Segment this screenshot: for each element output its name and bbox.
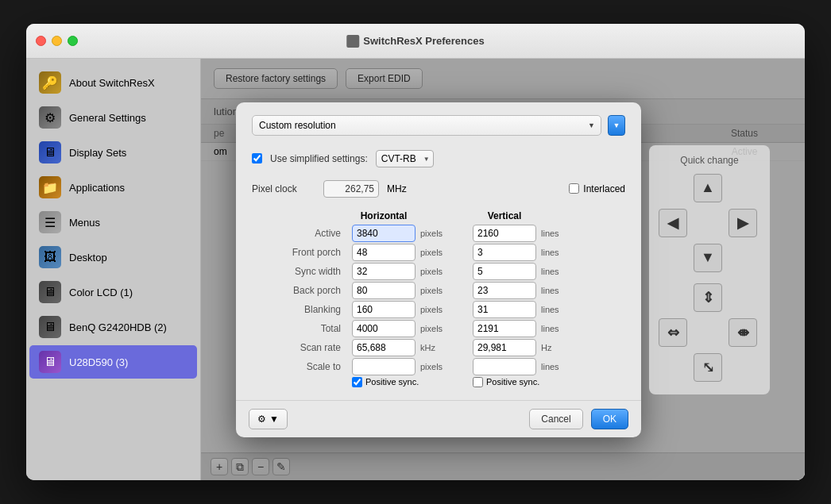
sidebar-label-general: General Settings [69, 112, 146, 124]
h-unit-0: pixels [420, 229, 468, 238]
h-unit-6: kHz [420, 343, 468, 352]
h-input-2[interactable] [352, 263, 416, 280]
minimize-button[interactable] [52, 36, 62, 46]
gear-button[interactable]: ⚙ ▼ [249, 409, 288, 429]
v-input-1[interactable] [473, 244, 536, 261]
v-unit-6: Hz [541, 343, 581, 352]
sidebar-item-general[interactable]: ⚙ General Settings [29, 101, 197, 134]
row-label-2: Sync width [252, 266, 347, 277]
move-up-button[interactable]: ▲ [694, 174, 722, 202]
timing-row-7: Scale to pixels lines [252, 358, 625, 375]
resolution-select-wrapper: Custom resolution [252, 115, 601, 136]
v-input-5[interactable] [473, 320, 536, 337]
timing-rows: Active pixels lines Front porch pixels l… [252, 225, 625, 375]
quick-change-panel: Quick change ▲ ◀ ▶ ▼ [649, 145, 770, 394]
timing-row-0: Active pixels lines [252, 225, 625, 242]
v-input-0[interactable] [473, 225, 536, 242]
v-input-6[interactable] [473, 339, 536, 356]
move-right-button[interactable]: ▶ [729, 209, 757, 237]
v-unit-0: lines [541, 229, 581, 238]
row-label-3: Back porch [252, 285, 347, 296]
row-label-0: Active [252, 228, 347, 239]
benq-icon: 🖥 [39, 316, 61, 338]
resize-taller-button[interactable]: ⇕ [694, 283, 722, 312]
h-input-1[interactable] [352, 244, 416, 261]
general-icon: ⚙ [39, 106, 61, 129]
cvt-select-wrapper: CVT-RB [376, 150, 434, 167]
h-input-7[interactable] [352, 358, 416, 375]
row-label-1: Front porch [252, 247, 347, 258]
v-input-7[interactable] [473, 358, 536, 375]
displaysets-icon: 🖥 [39, 141, 61, 164]
h-unit-4: pixels [420, 305, 468, 314]
row-label-6: Scan rate [252, 342, 347, 353]
v-input-2[interactable] [473, 263, 536, 280]
close-button[interactable] [36, 36, 46, 46]
sidebar-label-applications: Applications [69, 182, 125, 194]
modal-footer: ⚙ ▼ Cancel OK [236, 400, 641, 437]
sidebar-item-about[interactable]: 🔑 About SwitchResX [29, 66, 197, 99]
timing-grid-area: Horizontal Vertical Active pixels lines … [252, 210, 625, 387]
move-arrows: ▲ ◀ ▶ ▼ [659, 174, 760, 275]
h-input-0[interactable] [352, 225, 416, 242]
quick-change-title: Quick change [680, 155, 738, 166]
pixel-clock-input[interactable] [323, 180, 379, 198]
h-unit-2: pixels [420, 267, 468, 276]
sidebar-item-menus[interactable]: ☰ Menus [29, 206, 197, 239]
sidebar: 🔑 About SwitchResX ⚙ General Settings 🖥 … [26, 59, 201, 480]
desktop-icon: 🖼 [39, 246, 61, 268]
timing-row-3: Back porch pixels lines [252, 282, 625, 299]
sidebar-item-u28[interactable]: 🖥 U28D590 (3) [29, 345, 197, 379]
v-input-3[interactable] [473, 282, 536, 299]
sidebar-label-u28: U28D590 (3) [69, 356, 128, 368]
positive-sync-v-checkbox[interactable] [473, 377, 483, 387]
positive-sync-v-container: Positive sync. [473, 377, 581, 387]
gear-icon: ⚙ [257, 414, 266, 425]
sidebar-item-applications[interactable]: 📁 Applications [29, 171, 197, 204]
resize-wider-button[interactable]: ⇔ [659, 318, 687, 347]
cancel-button[interactable]: Cancel [529, 409, 582, 429]
timing-row-5: Total pixels lines [252, 320, 625, 337]
resize-arrows: ⇕ ⇔ ⇼ ⤡ [659, 283, 760, 385]
resolution-select[interactable]: Custom resolution [252, 115, 601, 136]
cvt-select[interactable]: CVT-RB [376, 150, 434, 167]
modal-body: Custom resolution ▼ Use simplified setti… [236, 102, 641, 400]
move-left-button[interactable]: ◀ [659, 209, 687, 237]
pixel-clock-label: Pixel clock [252, 183, 315, 194]
sidebar-item-displaysets[interactable]: 🖥 Display Sets [29, 136, 197, 169]
traffic-lights [36, 36, 78, 46]
resize-narrower-button[interactable]: ⇼ [729, 318, 757, 347]
custom-resolution-modal: Custom resolution ▼ Use simplified setti… [236, 102, 641, 437]
applications-icon: 📁 [39, 176, 61, 198]
h-unit-3: pixels [420, 286, 468, 295]
row-label-5: Total [252, 323, 347, 334]
sidebar-item-desktop[interactable]: 🖼 Desktop [29, 240, 197, 274]
positive-sync-h-checkbox[interactable] [352, 377, 362, 387]
window-content: 🔑 About SwitchResX ⚙ General Settings 🖥 … [26, 59, 805, 480]
h-input-5[interactable] [352, 320, 416, 337]
titlebar: SwitchResX Preferences [26, 24, 805, 59]
interlaced-checkbox[interactable] [569, 183, 579, 194]
move-down-button[interactable]: ▼ [694, 244, 722, 272]
timing-row-6: Scan rate kHz Hz [252, 339, 625, 356]
simplified-checkbox[interactable] [252, 153, 262, 164]
vert-header: Vertical [473, 210, 536, 221]
sidebar-label-desktop: Desktop [69, 252, 107, 264]
sidebar-item-benq[interactable]: 🖥 BenQ G2420HDB (2) [29, 310, 197, 344]
resolution-dropdown-button[interactable]: ▼ [608, 115, 625, 136]
pixel-clock-row: Pixel clock MHz Interlaced [252, 180, 625, 198]
maximize-button[interactable] [68, 36, 78, 46]
h-input-3[interactable] [352, 282, 416, 299]
sidebar-label-menus: Menus [69, 217, 100, 229]
v-unit-4: lines [541, 305, 581, 314]
timing-row-4: Blanking pixels lines [252, 301, 625, 318]
window-title: SwitchResX Preferences [346, 35, 484, 48]
h-input-4[interactable] [352, 301, 416, 318]
sidebar-item-colorlcd[interactable]: 🖥 Color LCD (1) [29, 275, 197, 309]
h-input-6[interactable] [352, 339, 416, 356]
h-unit-5: pixels [420, 324, 468, 333]
v-input-4[interactable] [473, 301, 536, 318]
resize-shorter-button[interactable]: ⤡ [694, 353, 722, 382]
sidebar-label-benq: BenQ G2420HDB (2) [69, 321, 167, 333]
ok-button[interactable]: OK [591, 409, 628, 429]
